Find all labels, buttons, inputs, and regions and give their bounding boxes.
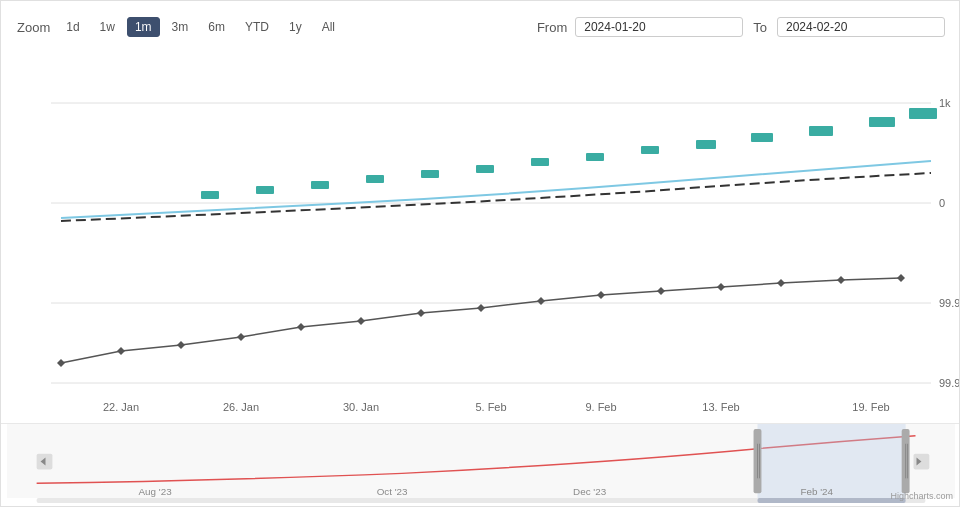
svg-text:Dec '23: Dec '23 <box>573 486 607 497</box>
chart-container: Zoom 1d 1w 1m 3m 6m YTD 1y All From To 1… <box>1 1 960 507</box>
svg-text:22. Jan: 22. Jan <box>103 401 139 413</box>
svg-text:99.995: 99.995 <box>939 297 960 309</box>
highcharts-credit: Highcharts.com <box>890 491 953 501</box>
svg-rect-60 <box>914 454 930 470</box>
svg-text:30. Jan: 30. Jan <box>343 401 379 413</box>
toolbar: Zoom 1d 1w 1m 3m 6m YTD 1y All From To <box>1 11 960 43</box>
svg-text:99.99: 99.99 <box>939 377 960 389</box>
svg-rect-27 <box>809 126 833 136</box>
zoom-label: Zoom <box>17 20 50 35</box>
navigator: Aug '23 Oct '23 Dec '23 Feb '24 Highchar… <box>1 423 960 503</box>
svg-rect-28 <box>869 117 895 127</box>
svg-text:Aug '23: Aug '23 <box>139 486 173 497</box>
svg-rect-21 <box>476 165 494 173</box>
svg-rect-63 <box>758 498 906 503</box>
svg-rect-16 <box>201 191 219 199</box>
svg-rect-17 <box>256 186 274 194</box>
svg-text:13. Feb: 13. Feb <box>702 401 739 413</box>
to-date-input[interactable] <box>777 17 945 37</box>
from-date-input[interactable] <box>575 17 743 37</box>
svg-text:26. Jan: 26. Jan <box>223 401 259 413</box>
svg-rect-22 <box>531 158 549 166</box>
zoom-1m[interactable]: 1m <box>127 17 160 37</box>
svg-rect-25 <box>696 140 716 149</box>
svg-text:0: 0 <box>939 197 945 209</box>
svg-rect-19 <box>366 175 384 183</box>
to-label: To <box>753 20 767 35</box>
zoom-6m[interactable]: 6m <box>200 17 233 37</box>
svg-text:19. Feb: 19. Feb <box>852 401 889 413</box>
svg-rect-0 <box>1 43 960 423</box>
from-label: From <box>537 20 567 35</box>
svg-rect-24 <box>641 146 659 154</box>
zoom-ytd[interactable]: YTD <box>237 17 277 37</box>
main-chart: 1k 0 99.995 99.99 22. Jan 26. Jan 30. Ja… <box>1 43 960 423</box>
main-chart-svg: 1k 0 99.995 99.99 22. Jan 26. Jan 30. Ja… <box>1 43 960 423</box>
svg-rect-20 <box>421 170 439 178</box>
zoom-1y[interactable]: 1y <box>281 17 310 37</box>
zoom-1d[interactable]: 1d <box>58 17 87 37</box>
svg-text:9. Feb: 9. Feb <box>585 401 616 413</box>
svg-text:5. Feb: 5. Feb <box>475 401 506 413</box>
svg-rect-29 <box>909 108 937 119</box>
svg-text:Feb '24: Feb '24 <box>800 486 833 497</box>
zoom-3m[interactable]: 3m <box>164 17 197 37</box>
zoom-1w[interactable]: 1w <box>92 17 123 37</box>
navigator-svg: Aug '23 Oct '23 Dec '23 Feb '24 <box>1 424 960 503</box>
zoom-all[interactable]: All <box>314 17 343 37</box>
svg-text:1k: 1k <box>939 97 951 109</box>
svg-rect-26 <box>751 133 773 142</box>
svg-rect-18 <box>311 181 329 189</box>
svg-rect-23 <box>586 153 604 161</box>
svg-text:Oct '23: Oct '23 <box>377 486 408 497</box>
